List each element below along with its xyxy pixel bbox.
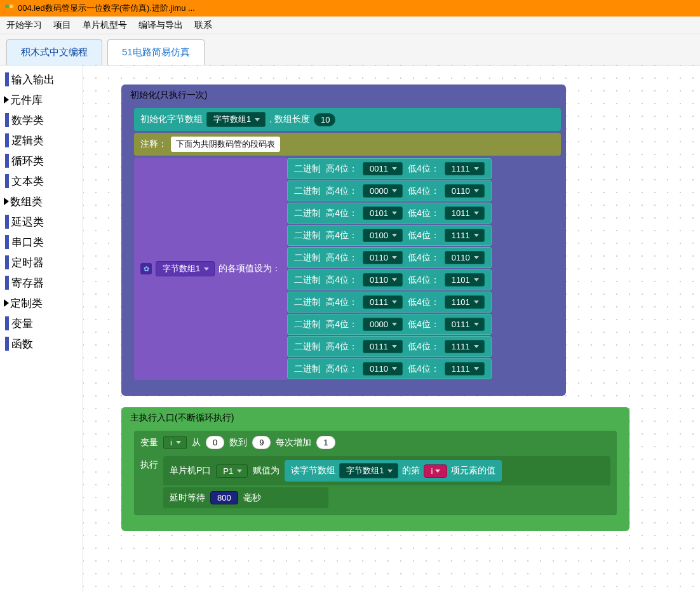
- hi-value[interactable]: 0111: [363, 295, 403, 309]
- hi-label: 高4位：: [326, 363, 358, 375]
- delay-unit: 毫秒: [243, 492, 261, 504]
- lo-value[interactable]: 1111: [445, 229, 485, 242]
- hi-value[interactable]: 0000: [363, 184, 403, 198]
- lo-value[interactable]: 1101: [445, 273, 485, 287]
- loop-step-field[interactable]: 1: [316, 436, 335, 449]
- category-bar-icon: [5, 276, 9, 290]
- init-notch: [134, 382, 159, 388]
- hi-value[interactable]: 0101: [363, 206, 403, 220]
- lo-value[interactable]: 1011: [445, 206, 485, 220]
- hi-value[interactable]: 0110: [363, 251, 403, 264]
- port-dropdown[interactable]: P1: [216, 464, 248, 478]
- category-12[interactable]: 变量: [0, 313, 83, 334]
- category-1[interactable]: 元件库: [0, 90, 83, 110]
- loop-header: 变量 i 从 0 数到 9 每次增加 1: [137, 433, 614, 452]
- port-assign-row[interactable]: 单片机P口 P1 赋值为 读字节数组 字节数组1 的第 i 项元素的值: [163, 456, 610, 485]
- binary-row-3[interactable]: 二进制高4位：0100低4位：1111: [287, 225, 491, 246]
- workspace[interactable]: 初始化(只执行一次) 初始化字节数组 字节数组1 , 数组长度 10 注释： 下…: [83, 65, 700, 593]
- lo-value[interactable]: 0110: [445, 184, 485, 198]
- category-9[interactable]: 定时器: [0, 252, 83, 273]
- lo-value[interactable]: 1101: [445, 295, 485, 309]
- category-sidebar: 输入输出元件库数学类逻辑类循环类文本类数组类延迟类串口类定时器寄存器定制类变量函…: [0, 65, 83, 593]
- array-set-tail: 的各项值设为：: [219, 263, 281, 274]
- menu-project[interactable]: 项目: [53, 20, 71, 31]
- menu-start[interactable]: 开始学习: [6, 20, 42, 31]
- hi-value[interactable]: 0011: [363, 162, 403, 175]
- lo-value[interactable]: 1111: [445, 340, 485, 353]
- gear-icon[interactable]: [140, 263, 152, 274]
- binary-row-7[interactable]: 二进制高4位：0000低4位：0111: [287, 314, 491, 335]
- category-bar-icon: [5, 174, 9, 188]
- category-3[interactable]: 逻辑类: [0, 130, 83, 151]
- binary-row-6[interactable]: 二进制高4位：0111低4位：1101: [287, 292, 491, 313]
- binary-row-0[interactable]: 二进制高4位：0011低4位：1111: [287, 158, 491, 179]
- read-array-name[interactable]: 字节数组1: [339, 463, 398, 478]
- array-set-name[interactable]: 字节数组1: [156, 261, 215, 276]
- binary-row-5[interactable]: 二进制高4位：0110低4位：1101: [287, 269, 491, 290]
- lo-value[interactable]: 1111: [445, 162, 485, 175]
- category-5[interactable]: 文本类: [0, 171, 83, 191]
- comment-text[interactable]: 下面为共阴数码管的段码表: [171, 137, 280, 152]
- delay-label: 延时等待: [170, 492, 205, 504]
- category-8[interactable]: 串口类: [0, 232, 83, 252]
- category-0[interactable]: 输入输出: [0, 69, 83, 90]
- loop-from-field[interactable]: 0: [206, 436, 224, 449]
- category-10[interactable]: 寄存器: [0, 273, 83, 293]
- menu-bar: 开始学习 项目 单片机型号 编译与导出 联系: [0, 17, 700, 34]
- hi-value[interactable]: 0111: [363, 340, 403, 353]
- menu-chip[interactable]: 单片机型号: [83, 20, 127, 31]
- delay-value[interactable]: 800: [210, 491, 238, 504]
- comment-row[interactable]: 注释： 下面为共阴数码管的段码表: [134, 133, 561, 156]
- menu-contact[interactable]: 联系: [194, 20, 212, 31]
- hi-value[interactable]: 0000: [363, 318, 403, 331]
- main-title: 主执行入口(不断循环执行): [130, 412, 234, 422]
- binary-row-8[interactable]: 二进制高4位：0111低4位：1111: [287, 336, 491, 357]
- hi-value[interactable]: 0110: [363, 273, 403, 287]
- delay-row[interactable]: 延时等待 800 毫秒: [163, 487, 328, 508]
- lo-label: 低4位：: [408, 252, 440, 264]
- binary-row-2[interactable]: 二进制高4位：0101低4位：1011: [287, 203, 491, 224]
- tab-blocks[interactable]: 积木式中文编程: [6, 39, 102, 65]
- array-len-field[interactable]: 10: [314, 113, 335, 126]
- read-idx-var[interactable]: i: [424, 464, 447, 478]
- category-label: 元件库: [10, 93, 43, 107]
- category-bar-icon: [5, 337, 9, 351]
- bin-label: 二进制: [294, 208, 321, 219]
- array-name-dropdown[interactable]: 字节数组1: [206, 112, 266, 127]
- category-label: 数组类: [10, 194, 43, 209]
- binary-row-1[interactable]: 二进制高4位：0000低4位：0110: [287, 180, 491, 201]
- category-label: 函数: [11, 337, 33, 351]
- category-11[interactable]: 定制类: [0, 293, 83, 313]
- read-idx-label: 的第: [402, 465, 420, 476]
- binary-row-9[interactable]: 二进制高4位：0110低4位：1111: [287, 358, 491, 379]
- hi-value[interactable]: 0100: [363, 229, 403, 242]
- loop-block[interactable]: 变量 i 从 0 数到 9 每次增加 1 执行 单片机P口 P1 赋值为: [134, 431, 617, 515]
- array-init-label: 初始化字节数组: [140, 114, 203, 125]
- category-label: 定时器: [11, 255, 44, 270]
- lo-value[interactable]: 0110: [445, 251, 485, 264]
- binary-row-4[interactable]: 二进制高4位：0110低4位：0110: [287, 247, 491, 268]
- read-array-block[interactable]: 读字节数组 字节数组1 的第 i 项元素的值: [285, 460, 502, 482]
- hi-label: 高4位：: [326, 319, 358, 330]
- category-13[interactable]: 函数: [0, 334, 83, 354]
- init-block[interactable]: 初始化(只执行一次) 初始化字节数组 字节数组1 , 数组长度 10 注释： 下…: [121, 84, 566, 396]
- lo-value[interactable]: 0111: [445, 318, 485, 331]
- tab-sim[interactable]: 51电路简易仿真: [107, 39, 205, 65]
- category-label: 文本类: [11, 174, 44, 189]
- array-set-block[interactable]: 字节数组1 的各项值设为： 二进制高4位：0011低4位：1111二进制高4位：…: [134, 158, 561, 380]
- main-block[interactable]: 主执行入口(不断循环执行) 变量 i 从 0 数到 9 每次增加 1 执行: [121, 407, 629, 531]
- loop-var-dropdown[interactable]: i: [163, 436, 187, 449]
- category-6[interactable]: 数组类: [0, 191, 83, 212]
- category-2[interactable]: 数学类: [0, 110, 83, 130]
- hi-value[interactable]: 0110: [363, 362, 403, 375]
- category-4[interactable]: 循环类: [0, 151, 83, 171]
- chevron-right-icon: [4, 198, 9, 205]
- lo-value[interactable]: 1111: [445, 362, 485, 375]
- array-init-row[interactable]: 初始化字节数组 字节数组1 , 数组长度 10: [134, 108, 561, 131]
- menu-compile[interactable]: 编译与导出: [138, 20, 183, 31]
- category-label: 逻辑类: [11, 133, 44, 148]
- loop-to-label: 数到: [229, 437, 247, 449]
- category-7[interactable]: 延迟类: [0, 212, 83, 232]
- hi-label: 高4位：: [326, 186, 358, 197]
- loop-to-field[interactable]: 9: [252, 436, 271, 449]
